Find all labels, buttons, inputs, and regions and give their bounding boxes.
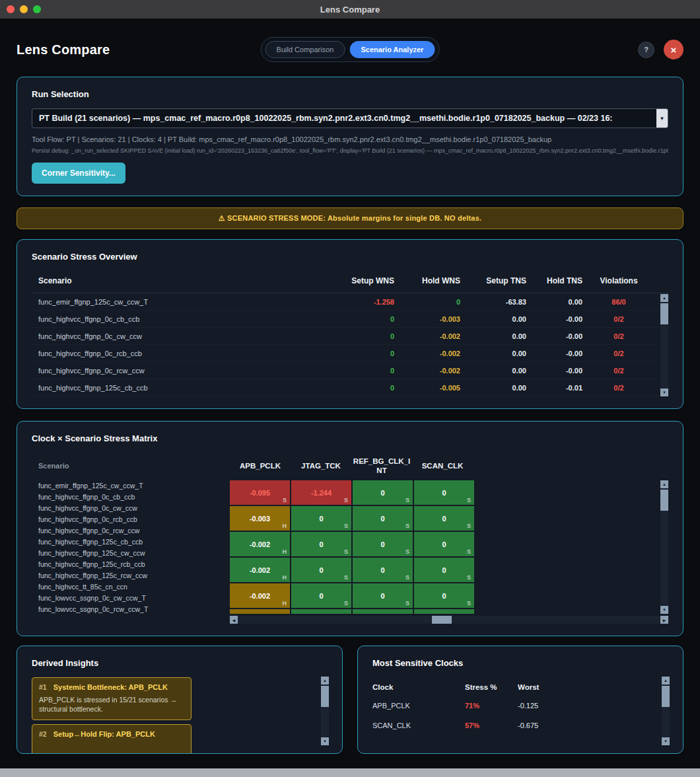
- scroll-down-icon[interactable]: [660, 388, 668, 396]
- table-row[interactable]: func_highvcc_ffgnp_125c_cb_ccb0-0.0050.0…: [32, 379, 668, 396]
- stress-mode-banner-text: ⚠ SCENARIO STRESS MODE: Absolute margins…: [219, 214, 482, 223]
- matrix-cell[interactable]: 0S: [291, 609, 351, 614]
- violations-value: 86/0: [582, 298, 655, 306]
- cell-type: S: [467, 497, 471, 503]
- matrix-scenario-label: func_lowvcc_ssgnp_0c_rcw_ccw_T: [38, 604, 230, 614]
- matrix-scenario-label: func_highvcc_ffgnp_0c_rcw_ccw: [38, 525, 230, 536]
- close-button[interactable]: ×: [664, 40, 683, 59]
- matrix-cell[interactable]: 0S: [291, 558, 351, 582]
- insight-title: Setup↔Hold Flip: APB_PCLK: [53, 730, 155, 738]
- table-row[interactable]: SCAN_CLK 57% -0.675: [372, 716, 668, 735]
- violations-value: 0/2: [582, 367, 655, 375]
- corner-sensitivity-button[interactable]: Corner Sensitivity...: [32, 163, 125, 184]
- scroll-up-icon[interactable]: [660, 480, 668, 488]
- cell-value: 0: [442, 489, 446, 497]
- scroll-down-icon[interactable]: [321, 737, 329, 745]
- hold-tns-value: -0.01: [526, 384, 582, 392]
- scroll-right-icon[interactable]: [660, 616, 668, 624]
- scroll-up-icon[interactable]: [662, 677, 670, 684]
- page-header: Lens Compare Build Comparison Scenario A…: [17, 37, 683, 62]
- matrix-cell[interactable]: 0S: [291, 506, 351, 531]
- matrix-cell[interactable]: 0S: [353, 558, 413, 582]
- matrix-cell[interactable]: 0S: [353, 583, 413, 608]
- setup-tns-value: 0.00: [460, 315, 526, 323]
- scrollbar-track[interactable]: [660, 324, 668, 388]
- cell-value: -0.002: [250, 592, 270, 600]
- close-traffic-light[interactable]: [7, 5, 15, 13]
- cell-type: S: [344, 574, 348, 581]
- tab-build-comparison[interactable]: Build Comparison: [265, 41, 345, 58]
- cell-type: S: [405, 600, 409, 607]
- setup-wns-value: -1.258: [322, 298, 394, 306]
- page-title: Lens Compare: [17, 42, 110, 57]
- scrollbar-track[interactable]: [662, 707, 670, 737]
- cell-type: H: [283, 548, 287, 555]
- scroll-down-icon[interactable]: [662, 737, 670, 745]
- insight-rank: #1: [39, 683, 47, 691]
- minimize-traffic-light[interactable]: [20, 5, 28, 13]
- insights-scrollbar[interactable]: [321, 677, 329, 745]
- scroll-up-icon[interactable]: [660, 294, 668, 302]
- scrollbar-thumb[interactable]: [660, 303, 668, 324]
- table-row[interactable]: func_emir_ffgnp_125c_cw_ccw_T-1.2580-63.…: [32, 293, 668, 311]
- matrix-cell[interactable]: -1.244S: [291, 480, 351, 505]
- matrix-cell[interactable]: -0.002H: [230, 583, 290, 608]
- column-header-hold-tns: Hold TNS: [526, 276, 582, 285]
- matrix-cell[interactable]: 0S: [353, 609, 413, 614]
- matrix-cell[interactable]: -0.095S: [230, 480, 290, 505]
- run-select[interactable]: PT Build (21 scenarios) — mps_cmac_ref_m…: [32, 108, 668, 128]
- matrix-cell[interactable]: -0.002H: [230, 532, 290, 556]
- insight-rank: #2: [39, 730, 47, 738]
- tab-scenario-analyzer[interactable]: Scenario Analyzer: [349, 41, 435, 58]
- scrollbar-thumb[interactable]: [432, 616, 452, 624]
- cell-type: S: [405, 497, 409, 503]
- matrix-cell[interactable]: -0.003H: [230, 506, 290, 531]
- matrix-cell[interactable]: 0S: [414, 583, 474, 608]
- insight-card[interactable]: #2 Setup↔Hold Flip: APB_PCLK: [32, 724, 192, 754]
- zoom-traffic-light[interactable]: [33, 5, 41, 13]
- scrollbar-track[interactable]: [321, 707, 329, 737]
- scenario-label: func_highvcc_ffgnp_0c_cw_ccw: [32, 332, 322, 340]
- scrollbar-thumb[interactable]: [662, 686, 670, 707]
- table-row[interactable]: func_highvcc_ffgnp_0c_rcb_ccb0-0.0020.00…: [32, 345, 668, 362]
- scroll-down-icon[interactable]: [660, 606, 668, 614]
- cell-value: 0: [319, 540, 323, 548]
- matrix-vertical-scrollbar[interactable]: [660, 480, 668, 614]
- table-row[interactable]: func_highvcc_ffgnp_0c_cb_ccb0-0.0030.00-…: [32, 311, 668, 328]
- scrollbar-thumb[interactable]: [321, 686, 329, 707]
- overview-scrollbar[interactable]: [660, 294, 668, 396]
- cell-value: -0.095: [250, 489, 270, 497]
- matrix-cell[interactable]: 0S: [353, 506, 413, 531]
- hold-wns-value: 0: [394, 298, 460, 306]
- insights-list: #1 Systemic Bottleneck: APB_PCLK APB_PCL…: [32, 677, 328, 754]
- matrix-cell[interactable]: 0S: [353, 480, 413, 505]
- matrix-cell[interactable]: -0.002H: [230, 609, 290, 614]
- matrix-cell[interactable]: 0S: [353, 532, 413, 556]
- help-button[interactable]: ?: [638, 42, 654, 58]
- table-row[interactable]: func_highvcc_ffgnp_0c_cw_ccw0-0.0020.00-…: [32, 328, 668, 345]
- scrollbar-track[interactable]: [660, 511, 668, 606]
- matrix-cell[interactable]: 0S: [414, 609, 474, 614]
- clocks-scrollbar[interactable]: [662, 677, 670, 745]
- clock-column-header: SCAN_CLK: [412, 461, 473, 470]
- matrix-cell[interactable]: -0.002H: [230, 558, 290, 582]
- matrix-horizontal-scrollbar[interactable]: [230, 616, 668, 624]
- scroll-up-icon[interactable]: [321, 677, 329, 684]
- matrix-cell[interactable]: 0S: [414, 480, 474, 505]
- insight-card[interactable]: #1 Systemic Bottleneck: APB_PCLK APB_PCL…: [32, 677, 192, 720]
- matrix-cell[interactable]: 0S: [414, 532, 474, 556]
- hold-wns-value: -0.002: [394, 350, 460, 357]
- violations-value: 0/2: [582, 332, 655, 340]
- table-row[interactable]: APB_PCLK 71% -0.125: [372, 696, 668, 716]
- matrix-cell[interactable]: 0S: [291, 532, 351, 556]
- scrollbar-thumb[interactable]: [660, 490, 668, 511]
- matrix-cell[interactable]: 0S: [414, 506, 474, 531]
- scroll-left-icon[interactable]: [230, 616, 238, 624]
- scrollbar-track[interactable]: [238, 616, 660, 624]
- table-row[interactable]: func_highvcc_ffgnp_0c_rcw_ccw0-0.0020.00…: [32, 362, 668, 379]
- most-sensitive-clocks-panel: Most Sensitive Clocks Clock Stress % Wor…: [357, 646, 683, 754]
- matrix-cell[interactable]: 0S: [414, 558, 474, 582]
- matrix-cell[interactable]: 0S: [291, 583, 351, 608]
- bottom-row: Derived Insights #1 Systemic Bottleneck:…: [17, 646, 683, 754]
- cell-type: S: [405, 548, 409, 555]
